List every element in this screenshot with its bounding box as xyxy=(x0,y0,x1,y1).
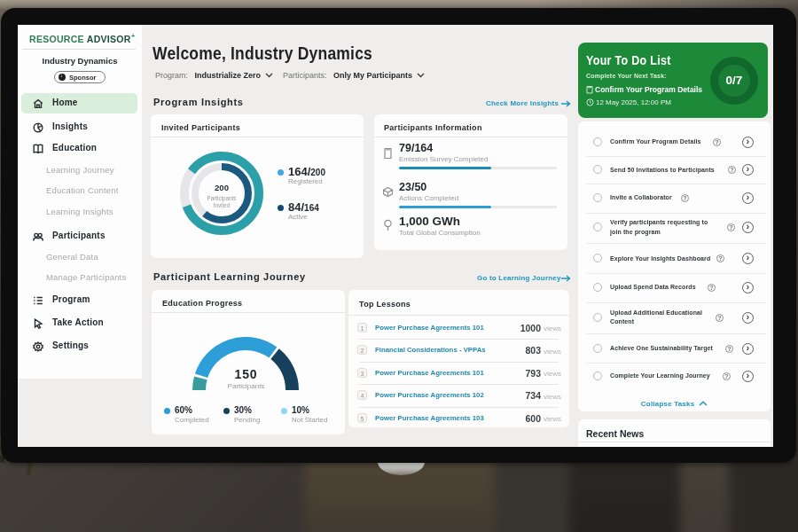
svg-text:Participants: Participants xyxy=(207,195,237,202)
svg-text:Invited: Invited xyxy=(214,202,231,208)
svg-text:200: 200 xyxy=(215,183,229,192)
